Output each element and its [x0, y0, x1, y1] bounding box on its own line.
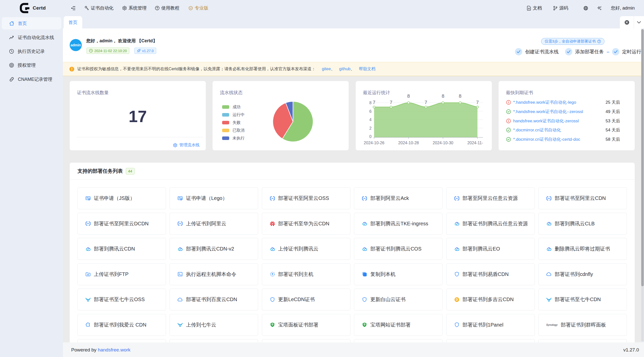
svg-text:7: 7 — [390, 100, 392, 105]
svg-text:2024-10-28: 2024-10-28 — [398, 141, 419, 145]
svg-text:7: 7 — [424, 100, 427, 105]
svg-text:7: 7 — [373, 100, 375, 105]
svg-text:7: 7 — [476, 100, 479, 105]
svg-text:4: 4 — [369, 118, 372, 122]
svg-text:0: 0 — [369, 134, 372, 139]
svg-text:8: 8 — [407, 93, 410, 99]
svg-text:2024-10-30: 2024-10-30 — [433, 141, 453, 145]
svg-text:8: 8 — [369, 101, 372, 105]
svg-text:6: 6 — [369, 109, 372, 114]
svg-text:8: 8 — [441, 93, 444, 99]
svg-text:8: 8 — [459, 93, 461, 99]
svg-text:D: D — [456, 298, 458, 301]
svg-text:2: 2 — [369, 126, 372, 130]
svg-text:2024-11-01: 2024-11-01 — [467, 141, 483, 145]
svg-text:2024-10-26: 2024-10-26 — [364, 141, 384, 145]
